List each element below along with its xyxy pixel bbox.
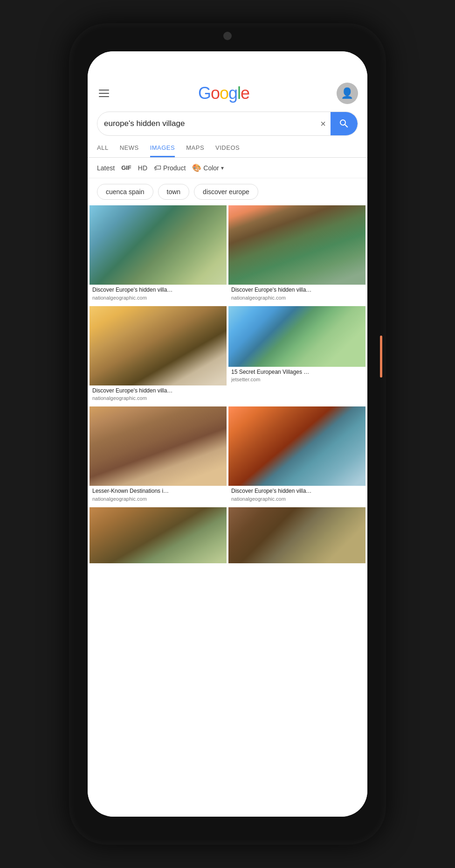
image-card-1[interactable]: Discover Europe's hidden villa… national… <box>90 205 227 304</box>
image-thumbnail-1 <box>90 205 227 285</box>
tab-maps[interactable]: MAPS <box>186 140 204 157</box>
image-card-8[interactable] <box>228 507 365 563</box>
image-card-3[interactable]: Discover Europe's hidden villa… national… <box>90 306 227 405</box>
image-title-5: Lesser-Known Destinations i… <box>90 486 227 496</box>
phone-frame: Google 👤 × <box>69 23 386 845</box>
tab-images[interactable]: IMAGES <box>150 140 175 157</box>
image-source-6: nationalgeographic.com <box>228 496 365 505</box>
product-icon: 🏷 <box>154 164 161 172</box>
filter-hd[interactable]: HD <box>138 164 147 172</box>
image-title-4: 15 Secret European Villages … <box>228 367 365 377</box>
filter-latest[interactable]: Latest <box>97 164 115 172</box>
image-title-3: Discover Europe's hidden villa… <box>90 385 227 396</box>
pill-discover-europe[interactable]: discover europe <box>194 184 258 200</box>
search-button[interactable] <box>331 112 358 136</box>
pill-town[interactable]: town <box>158 184 190 200</box>
filter-gif[interactable]: GIF <box>121 164 131 171</box>
image-title-1: Discover Europe's hidden villa… <box>90 285 227 295</box>
image-title-2: Discover Europe's hidden villa… <box>228 285 365 295</box>
search-bar-wrapper: × <box>88 108 367 140</box>
header: Google 👤 <box>88 77 367 108</box>
image-source-1: nationalgeographic.com <box>90 295 227 304</box>
google-logo: Google <box>198 84 249 103</box>
search-bar: × <box>97 112 358 136</box>
image-card-2[interactable]: Discover Europe's hidden villa… national… <box>228 205 365 304</box>
filter-bar: Latest GIF HD 🏷 Product 🎨 Color ▾ <box>88 158 367 178</box>
phone-screen: Google 👤 × <box>88 51 367 817</box>
tab-all[interactable]: ALL <box>97 140 109 157</box>
filter-product[interactable]: 🏷 Product <box>154 164 186 172</box>
image-source-5: nationalgeographic.com <box>90 496 227 505</box>
image-thumbnail-3 <box>90 306 227 385</box>
image-source-3: nationalgeographic.com <box>90 395 227 405</box>
image-thumbnail-8 <box>228 507 365 563</box>
image-card-4[interactable]: 15 Secret European Villages … jetsetter.… <box>228 306 365 405</box>
tab-videos[interactable]: VIDEOS <box>215 140 240 157</box>
clear-button[interactable]: × <box>316 119 331 129</box>
color-icon: 🎨 <box>192 163 201 172</box>
tab-news[interactable]: NEWS <box>120 140 139 157</box>
image-thumbnail-5 <box>90 406 227 486</box>
image-card-7[interactable] <box>90 507 227 563</box>
nav-tabs: ALL NEWS IMAGES MAPS VIDEOS <box>88 140 367 158</box>
filter-color[interactable]: 🎨 Color ▾ <box>192 163 223 172</box>
pill-cuenca-spain[interactable]: cuenca spain <box>97 184 153 200</box>
image-card-5[interactable]: Lesser-Known Destinations i… nationalgeo… <box>90 406 227 505</box>
image-thumbnail-6 <box>228 406 365 486</box>
image-source-2: nationalgeographic.com <box>228 295 365 304</box>
search-icon <box>338 118 350 129</box>
image-thumbnail-2 <box>228 205 365 285</box>
dropdown-arrow: ▾ <box>221 165 224 171</box>
suggestion-pills: cuenca spain town discover europe <box>88 178 367 205</box>
search-input[interactable] <box>97 119 316 128</box>
image-thumbnail-4 <box>228 306 365 367</box>
avatar[interactable]: 👤 <box>337 83 358 104</box>
screen-content: Google 👤 × <box>88 51 367 817</box>
scroll-bar[interactable] <box>380 336 382 378</box>
hamburger-menu[interactable] <box>97 88 111 99</box>
image-title-6: Discover Europe's hidden villa… <box>228 486 365 496</box>
image-thumbnail-7 <box>90 507 227 563</box>
camera-notch <box>223 32 232 40</box>
image-grid: Discover Europe's hidden villa… national… <box>88 205 367 563</box>
image-source-4: jetsetter.com <box>228 377 365 386</box>
image-card-6[interactable]: Discover Europe's hidden villa… national… <box>228 406 365 505</box>
